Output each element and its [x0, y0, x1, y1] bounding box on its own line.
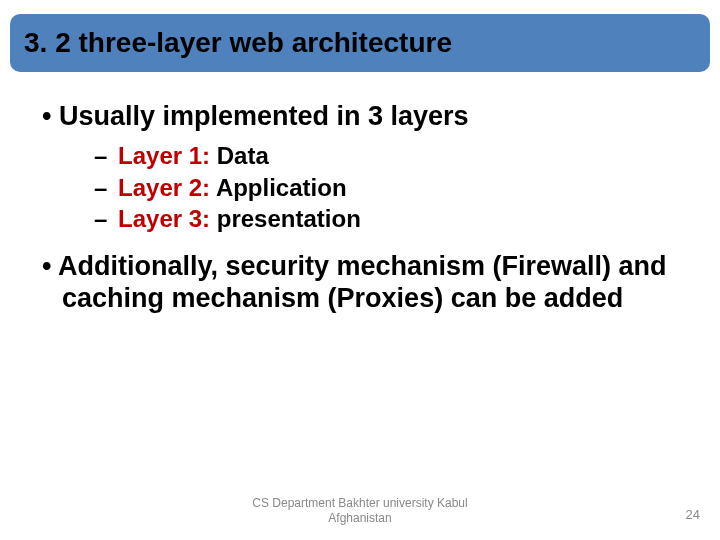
dash-icon: –	[94, 174, 107, 201]
layer-item: – Layer 3: presentation	[94, 203, 692, 234]
footer-line: Afghanistan	[0, 511, 720, 526]
slide-footer: CS Department Bakhter university Kabul A…	[0, 496, 720, 526]
dash-icon: –	[94, 142, 107, 169]
layer-label: Layer 1:	[118, 142, 210, 169]
slide-title-bar: 3. 2 three-layer web architecture	[10, 14, 710, 72]
layer-value: Application	[216, 174, 347, 201]
layer-label: Layer 2:	[118, 174, 210, 201]
layer-value: presentation	[217, 205, 361, 232]
layer-list: – Layer 1: Data – Layer 2: Application –…	[94, 140, 692, 234]
footer-line: CS Department Bakhter university Kabul	[0, 496, 720, 511]
layer-item: – Layer 2: Application	[94, 172, 692, 203]
page-number: 24	[686, 507, 700, 522]
layer-value: Data	[217, 142, 269, 169]
bullet-item: Additionally, security mechanism (Firewa…	[34, 250, 692, 315]
slide-title: 3. 2 three-layer web architecture	[24, 27, 452, 59]
layer-item: – Layer 1: Data	[94, 140, 692, 171]
layer-label: Layer 3:	[118, 205, 210, 232]
slide-body: Usually implemented in 3 layers – Layer …	[34, 100, 692, 323]
bullet-item: Usually implemented in 3 layers	[34, 100, 692, 132]
dash-icon: –	[94, 205, 107, 232]
